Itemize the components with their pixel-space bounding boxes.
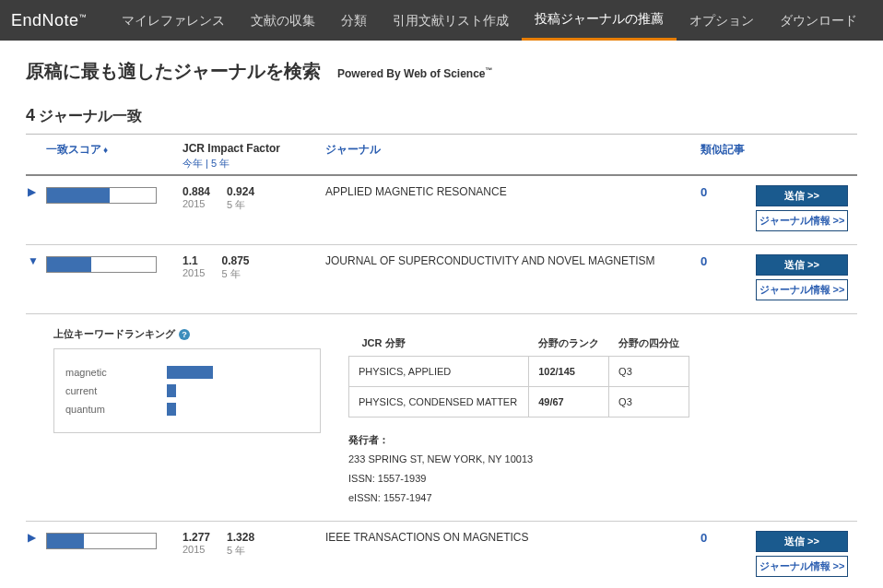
if-5yr-label: 5 年 [221, 267, 249, 281]
publisher-address: 233 SPRING ST, NEW YORK, NY 10013 [348, 450, 857, 469]
send-button[interactable]: 送信 >> [756, 531, 848, 552]
send-button[interactable]: 送信 >> [756, 185, 848, 206]
if-5yr: 1.328 [227, 531, 254, 544]
jcr-category-name: PHYSICS, APPLIED [349, 357, 529, 387]
if-current: 1.277 [182, 531, 210, 544]
keyword-bar [167, 384, 176, 397]
jcr-table-header: JCR 分野 [349, 327, 529, 357]
if-5yr: 0.924 [227, 185, 254, 198]
jcr-category-table: JCR 分野分野のランク分野の四分位PHYSICS, APPLIED102/14… [348, 327, 689, 417]
expand-icon[interactable]: ▶ [28, 531, 36, 544]
keyword-bar [167, 403, 176, 416]
jcr-table-header: 分野のランク [529, 327, 609, 357]
page-title: 原稿に最も適したジャーナルを検索 [26, 59, 321, 84]
similar-count[interactable]: 0 [701, 254, 707, 268]
eissn-label: eISSN: [348, 492, 381, 503]
keyword-ranking-title: 上位キーワードランキング? [53, 327, 321, 341]
header-journal[interactable]: ジャーナル [325, 143, 381, 156]
match-score-fill [47, 534, 84, 548]
send-button[interactable]: 送信 >> [756, 254, 848, 276]
jcr-quartile: Q3 [609, 387, 689, 417]
header-jcr-impact: JCR Impact Factor [182, 142, 325, 155]
powered-by: Powered By Web of Science™ [337, 66, 493, 80]
sort-desc-icon: ♦ [103, 145, 108, 155]
eissn-value: 1557-1947 [383, 492, 432, 503]
header-similar[interactable]: 類似記事 [701, 143, 745, 156]
jcr-category-name: PHYSICS, CONDENSED MATTER [349, 387, 529, 417]
journal-name: JOURNAL OF SUPERCONDUCTIVITY AND NOVEL M… [325, 254, 693, 267]
nav-items: マイレファレンス文献の収集分類引用文献リスト作成投稿ジャーナルの推薦オプションダ… [109, 0, 870, 41]
top-navbar: EndNote™ マイレファレンス文献の収集分類引用文献リスト作成投稿ジャーナル… [0, 0, 883, 41]
if-current: 1.1 [182, 254, 205, 267]
journal-name: APPLIED MAGNETIC RESONANCE [325, 185, 693, 198]
similar-count[interactable]: 0 [701, 531, 707, 545]
keyword-label: current [65, 385, 167, 396]
jcr-table-header: 分野の四分位 [609, 327, 689, 357]
nav-item-1[interactable]: 文献の収集 [238, 0, 328, 41]
nav-item-2[interactable]: 分類 [328, 0, 380, 41]
keyword-row: magnetic [65, 366, 309, 379]
keyword-label: magnetic [65, 367, 167, 378]
keyword-chart: magneticcurrentquantum [53, 348, 321, 433]
publisher-block: 発行者：233 SPRING ST, NEW YORK, NY 10013ISS… [348, 430, 857, 508]
keyword-label: quantum [65, 404, 167, 415]
if-5yr-label: 5 年 [227, 198, 254, 212]
jcr-category-row: PHYSICS, APPLIED102/145Q3 [349, 357, 689, 387]
journal-row: ▼1.120150.8755 年JOURNAL OF SUPERCONDUCTI… [26, 245, 857, 314]
jcr-category-row: PHYSICS, CONDENSED MATTER49/67Q3 [349, 387, 689, 417]
logo-tm: ™ [79, 13, 88, 21]
match-score-bar [46, 533, 157, 549]
keyword-row: quantum [65, 403, 309, 416]
collapse-icon[interactable]: ▼ [28, 254, 39, 267]
issn-label: ISSN: [348, 473, 375, 484]
journal-info-button[interactable]: ジャーナル情報 >> [756, 556, 848, 577]
header-match-score[interactable]: 一致スコア♦ [46, 143, 108, 156]
journal-row: ▶0.88420150.9245 年APPLIED MAGNETIC RESON… [26, 176, 857, 245]
if-5yr-label: 5 年 [227, 544, 254, 558]
match-count: 4 ジャーナル一致 [26, 106, 857, 126]
help-icon[interactable]: ? [179, 329, 190, 340]
if-current-year: 2015 [182, 267, 205, 278]
issn-value: 1557-1939 [378, 473, 427, 484]
rows-container: ▶0.88420150.9245 年APPLIED MAGNETIC RESON… [26, 176, 857, 588]
keyword-bar [167, 366, 213, 379]
jcr-rank: 49/67 [529, 387, 609, 417]
jcr-rank: 102/145 [529, 357, 609, 387]
journal-row: ▶1.27720151.3285 年IEEE TRANSACTIONS ON M… [26, 522, 857, 588]
match-score-fill [47, 257, 91, 272]
journal-name: IEEE TRANSACTIONS ON MAGNETICS [325, 531, 693, 544]
match-count-label: ジャーナル一致 [39, 108, 142, 123]
journal-info-button[interactable]: ジャーナル情報 >> [756, 210, 848, 231]
match-count-number: 4 [26, 106, 35, 124]
similar-count[interactable]: 0 [701, 185, 707, 199]
journal-detail-panel: 上位キーワードランキング?magneticcurrentquantumJCR 分… [26, 314, 857, 522]
page-title-row: 原稿に最も適したジャーナルを検索 Powered By Web of Scien… [26, 59, 857, 84]
logo: EndNote™ [11, 11, 87, 30]
journal-info-button[interactable]: ジャーナル情報 >> [756, 279, 848, 300]
nav-item-5[interactable]: オプション [677, 0, 767, 41]
match-score-bar [46, 187, 157, 204]
expand-icon[interactable]: ▶ [28, 185, 36, 198]
nav-item-0[interactable]: マイレファレンス [109, 0, 238, 41]
keyword-row: current [65, 384, 309, 397]
main-content: 原稿に最も適したジャーナルを検索 Powered By Web of Scien… [0, 41, 883, 588]
jcr-quartile: Q3 [609, 357, 689, 387]
results-table: 一致スコア♦ JCR Impact Factor 今年 | 5 年 ジャーナル … [26, 134, 857, 588]
logo-text: EndNote [11, 11, 79, 29]
nav-item-4[interactable]: 投稿ジャーナルの推薦 [522, 0, 677, 41]
if-current-year: 2015 [182, 198, 210, 209]
header-jcr-years[interactable]: 今年 | 5 年 [182, 157, 325, 171]
if-5yr: 0.875 [221, 254, 249, 267]
match-score-fill [47, 188, 110, 203]
nav-item-3[interactable]: 引用文献リスト作成 [380, 0, 522, 41]
publisher-label: 発行者： [348, 434, 389, 445]
nav-item-6[interactable]: ダウンロード [767, 0, 870, 41]
table-header-row: 一致スコア♦ JCR Impact Factor 今年 | 5 年 ジャーナル … [26, 135, 857, 176]
if-current-year: 2015 [182, 544, 210, 555]
if-current: 0.884 [182, 185, 210, 198]
match-score-bar [46, 256, 157, 273]
